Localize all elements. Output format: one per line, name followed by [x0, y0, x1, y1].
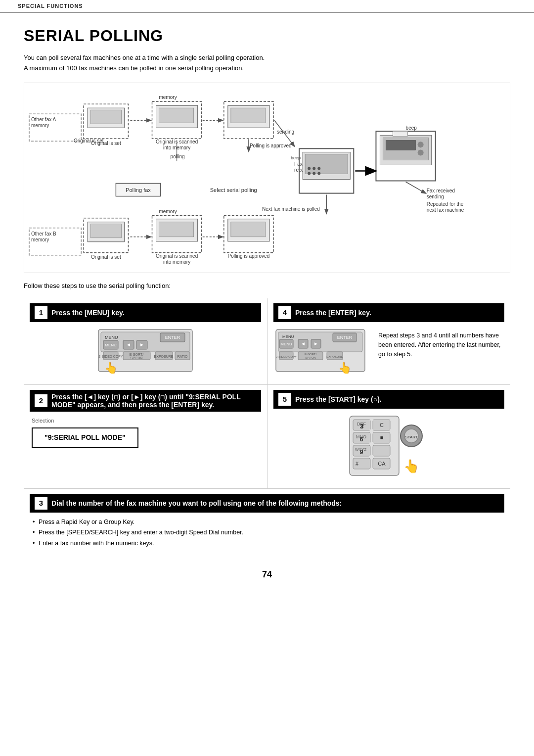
svg-text:SP.FUN: SP.FUN [131, 356, 143, 360]
svg-rect-12 [159, 108, 194, 123]
step3-bullet1: Press a Rapid Key or a Group Key. [32, 518, 502, 527]
svg-point-34 [308, 172, 311, 175]
svg-text:Next fax machine is polled: Next fax machine is polled [262, 206, 320, 211]
step5-title: Press the [START] key (○). [295, 395, 382, 403]
svg-text:sending: sending [277, 129, 294, 135]
page-content: SERIAL POLLING You can poll several fax … [0, 13, 534, 600]
svg-point-35 [312, 172, 315, 175]
svg-text:◄: ◄ [301, 341, 306, 346]
svg-text:ENTER: ENTER [337, 335, 353, 340]
svg-text:Select serial polling: Select serial polling [210, 187, 257, 192]
step4-inner: MENU MENU ◄ ► ENTER 2-SIDED COPY [273, 327, 504, 376]
svg-point-32 [312, 167, 315, 170]
svg-text:Repeated for the: Repeated for the [427, 201, 464, 206]
step2-title: Press the [◄] key (☐) or [►] key (☐) unt… [51, 393, 256, 409]
svg-text:6: 6 [359, 436, 363, 443]
svg-rect-43 [393, 131, 408, 136]
svg-rect-67 [159, 222, 194, 236]
step5-block: 5 Press the [START] key (○). DEF 3 3 C C [267, 385, 510, 488]
svg-text:memory: memory [159, 94, 177, 100]
svg-point-31 [308, 167, 311, 170]
svg-text:CA: CA [378, 461, 386, 467]
svg-text:👆: 👆 [338, 361, 352, 374]
step2-header: 2 Press the [◄] key (☐) or [►] key (☐) u… [30, 390, 261, 412]
svg-text:Original is set: Original is set [91, 141, 121, 146]
svg-point-36 [317, 172, 320, 175]
svg-text:■: ■ [380, 434, 383, 440]
svg-text:👆: 👆 [104, 361, 118, 374]
svg-rect-20 [231, 108, 266, 123]
svg-rect-40 [386, 140, 415, 150]
svg-text:Fax received: Fax received [427, 188, 455, 193]
section-label: SPECIAL FUNCTIONS [18, 3, 83, 9]
page-number: 74 [24, 569, 510, 580]
svg-text:beep: beep [406, 125, 417, 131]
svg-text:EXPOSURE: EXPOSURE [154, 355, 174, 358]
svg-text:next fax machine: next fax machine [427, 207, 464, 212]
svg-text:MENU: MENU [282, 334, 294, 339]
svg-text:►: ► [313, 341, 318, 346]
step4-image: MENU MENU ◄ ► ENTER 2-SIDED COPY [273, 327, 367, 376]
svg-text:SP.FUN: SP.FUN [305, 356, 315, 359]
step1-header: 1 Press the [MENU] key. [30, 303, 261, 322]
svg-text:sending: sending [427, 193, 444, 199]
step1-number: 1 [35, 306, 47, 319]
step3-number: 3 [35, 497, 47, 510]
step4-block: 4 Press the [ENTER] key. MENU MENU ◄ ► [267, 298, 510, 384]
svg-text:Polling is approved: Polling is approved [250, 143, 292, 148]
diagram-svg: Other fax A memory Original is set Origi… [24, 83, 510, 271]
step4-note: Repeat steps 3 and 4 until all numbers h… [378, 331, 504, 360]
step2-block: 2 Press the [◄] key (☐) or [►] key (☐) u… [24, 385, 267, 488]
svg-text:►: ► [139, 342, 144, 347]
svg-text:3: 3 [359, 423, 363, 430]
svg-rect-30 [305, 154, 348, 174]
steps-grid: 1 Press the [MENU] key. MENU MENU ◄ ► [24, 298, 510, 555]
intro-text: You can poll several fax machines one at… [24, 53, 510, 74]
svg-point-33 [317, 167, 320, 170]
step2-body: Selection "9:SERIAL POLL MODE" [30, 417, 261, 450]
svg-text:START: START [405, 435, 418, 439]
section-header: SPECIAL FUNCTIONS [0, 0, 534, 13]
svg-text:Original is set: Original is set [91, 254, 121, 259]
svg-text:Fax: Fax [294, 161, 303, 167]
page-title: SERIAL POLLING [24, 27, 510, 45]
serial-poll-box: "9:SERIAL POLL MODE" [32, 427, 138, 448]
svg-text:9: 9 [359, 449, 363, 456]
step1-keypad-svg: MENU MENU ◄ ► ENTER 2-SIDED COPY E-SO [96, 327, 195, 374]
svg-text:Polling is approved: Polling is approved [228, 253, 270, 258]
follow-steps-text: Follow these steps to use the serial pol… [24, 282, 510, 289]
svg-text:into memory: into memory [163, 259, 190, 264]
svg-text:memory: memory [31, 123, 49, 128]
svg-text:#: # [355, 461, 358, 467]
svg-text:EXPOSURE: EXPOSURE [326, 355, 343, 358]
selection-label: Selection [32, 417, 259, 425]
step5-header: 5 Press the [START] key (○). [273, 390, 504, 409]
step1-title: Press the [MENU] key. [51, 309, 125, 317]
step3-bullet3: Enter a fax number with the numeric keys… [32, 539, 502, 548]
step5-image: DEF 3 3 C C START MNO 6 ■ [273, 414, 504, 479]
svg-rect-73 [231, 222, 266, 236]
svg-point-41 [418, 142, 424, 147]
svg-rect-134 [373, 445, 390, 456]
svg-rect-5 [90, 110, 121, 124]
step3-header: 3 Dial the number of the fax machine you… [30, 494, 504, 513]
step3-body: Press a Rapid Key or a Group Key. Press … [30, 518, 504, 548]
step3-block: 3 Dial the number of the fax machine you… [24, 489, 510, 555]
step4-number: 4 [278, 306, 291, 319]
svg-text:Other fax B: Other fax B [31, 231, 56, 236]
svg-text:E-SORT/: E-SORT/ [130, 353, 143, 356]
svg-text:2-SIDED COPY: 2-SIDED COPY [98, 355, 123, 358]
step4-keypad-svg: MENU MENU ◄ ► ENTER 2-SIDED COPY [273, 327, 367, 374]
svg-text:memory: memory [159, 208, 177, 214]
step5-keypad-svg: DEF 3 3 C C START MNO 6 ■ [347, 414, 431, 478]
svg-text:ENTER: ENTER [165, 335, 180, 340]
svg-text:Polling fax: Polling fax [126, 187, 151, 192]
step5-number: 5 [278, 393, 291, 406]
svg-rect-61 [90, 224, 121, 237]
step4-header: 4 Press the [ENTER] key. [273, 303, 504, 322]
svg-text:MENU: MENU [105, 343, 117, 347]
svg-text:RATIO: RATIO [178, 355, 188, 358]
step2-number: 2 [35, 394, 47, 407]
svg-text:memory: memory [31, 236, 49, 242]
svg-text:Original is scanned: Original is scanned [156, 253, 198, 258]
